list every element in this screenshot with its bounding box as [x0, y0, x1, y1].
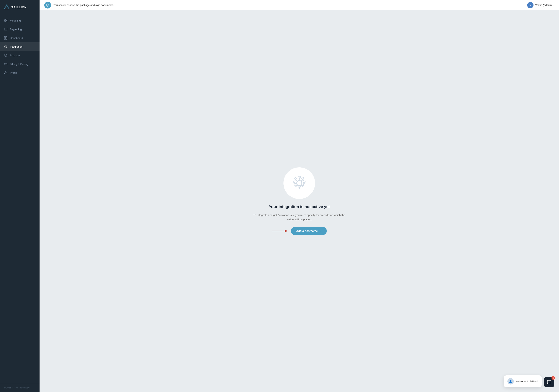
svg-point-13: [5, 55, 6, 56]
svg-rect-8: [6, 36, 7, 38]
sidebar-item-products[interactable]: Products: [0, 51, 39, 60]
svg-rect-3: [4, 21, 6, 22]
topbar-user[interactable]: V Vadim (admin) ▾: [527, 2, 554, 8]
arrow-right-icon: [272, 228, 288, 234]
topbar: You should choose the package and sign d…: [39, 0, 559, 10]
profile-icon: [4, 71, 8, 74]
gear-icon: [290, 174, 308, 192]
chat-widget-button[interactable]: 1: [544, 377, 554, 387]
logo-icon: [4, 4, 9, 10]
sidebar-logo: TRILLION: [0, 0, 39, 14]
chat-icon: [547, 380, 551, 384]
svg-rect-9: [4, 38, 6, 39]
sidebar-item-billing[interactable]: Billing & Pricing: [0, 60, 39, 68]
svg-marker-0: [4, 5, 9, 9]
bell-icon: [46, 3, 49, 7]
products-icon: [4, 54, 8, 57]
integration-empty-state: Your integration is not active yet To in…: [250, 167, 349, 235]
user-name: Vadim (admin): [535, 4, 552, 7]
user-avatar: V: [527, 2, 533, 8]
products-label: Products: [10, 54, 20, 57]
add-hostname-button[interactable]: Add a hostname →: [291, 227, 327, 235]
cta-row: Add a hostname →: [272, 227, 327, 235]
main-area: You should choose the package and sign d…: [39, 0, 559, 392]
sidebar-item-modeling[interactable]: Modeling: [0, 16, 39, 25]
integration-label: Integration: [10, 45, 23, 48]
chat-bubble: 👤 Welcome to Trillion!: [504, 375, 542, 387]
svg-rect-10: [6, 38, 7, 39]
chat-badge: 1: [551, 376, 555, 380]
sidebar-item-dashboard[interactable]: Dashboard: [0, 34, 39, 42]
logo-text: TRILLION: [11, 6, 27, 9]
sidebar-item-integration[interactable]: Integration: [0, 42, 39, 51]
chat-avatar: 👤: [507, 378, 514, 384]
svg-marker-12: [4, 54, 7, 57]
chat-area: 👤 Welcome to Trillion! 1: [504, 375, 554, 387]
notification-icon: [44, 2, 51, 9]
svg-rect-2: [6, 19, 7, 20]
svg-point-11: [5, 46, 6, 47]
arrow-indicator: [272, 228, 288, 234]
svg-rect-14: [4, 63, 7, 65]
sidebar-item-profile[interactable]: Profile: [0, 68, 39, 77]
main-content: Your integration is not active yet To in…: [39, 10, 559, 392]
beginning-label: Beginning: [10, 28, 22, 31]
sidebar: TRILLION Modeling Beginning: [0, 0, 39, 392]
empty-title: Your integration is not active yet: [269, 204, 330, 209]
modeling-label: Modeling: [10, 19, 21, 22]
svg-marker-20: [285, 230, 288, 232]
billing-icon: [4, 62, 8, 66]
chat-welcome-text: Welcome to Trillion!: [516, 380, 538, 383]
svg-rect-1: [4, 19, 6, 20]
sidebar-item-beginning[interactable]: Beginning: [0, 25, 39, 34]
svg-rect-4: [6, 21, 7, 22]
empty-desc: To integrate and get Activation key, you…: [250, 213, 349, 221]
svg-rect-7: [4, 36, 6, 38]
svg-rect-5: [4, 28, 7, 30]
chevron-down-icon: ▾: [553, 4, 554, 6]
dashboard-label: Dashboard: [10, 36, 23, 39]
svg-point-17: [5, 72, 6, 73]
gear-circle: [283, 167, 315, 199]
sidebar-footer: © 2023 Trillion Technology: [0, 383, 39, 392]
modeling-icon: [4, 19, 8, 22]
integration-icon: [4, 45, 8, 48]
beginning-icon: [4, 27, 8, 31]
billing-label: Billing & Pricing: [10, 63, 28, 66]
svg-point-18: [297, 181, 302, 186]
dashboard-icon: [4, 36, 8, 40]
topbar-notification: You should choose the package and sign d…: [44, 2, 114, 9]
sidebar-nav: Modeling Beginning Dashboard: [0, 14, 39, 383]
notification-text: You should choose the package and sign d…: [53, 4, 114, 7]
profile-label: Profile: [10, 71, 17, 74]
